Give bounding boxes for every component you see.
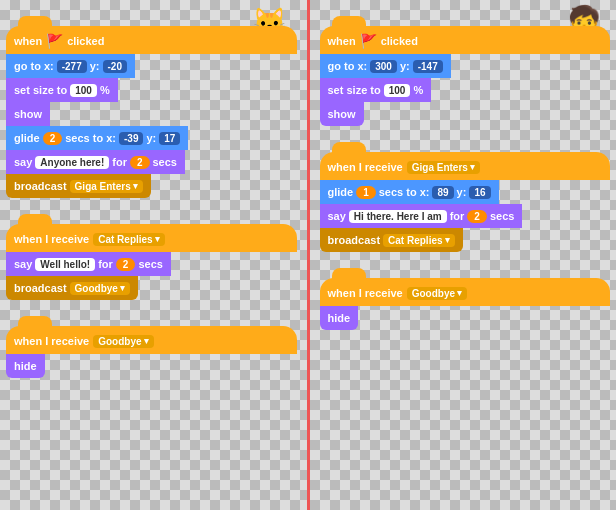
hide-label: hide bbox=[14, 360, 37, 372]
broadcast-label: broadcast bbox=[14, 180, 67, 192]
r-glide-block[interactable]: glide 1 secs to x: 89 y: 16 bbox=[320, 180, 499, 204]
r-cat-dropdown[interactable]: Cat Replies bbox=[383, 234, 454, 247]
r-glide-y-label: y: bbox=[457, 186, 467, 198]
glide-y-label: y: bbox=[146, 132, 156, 144]
r-giga-dropdown[interactable]: Giga Enters bbox=[407, 161, 480, 174]
glide-x[interactable]: -39 bbox=[119, 132, 143, 145]
r-y-value[interactable]: -147 bbox=[413, 60, 443, 73]
r-glide-secs[interactable]: 1 bbox=[356, 186, 376, 199]
r-x-value[interactable]: 300 bbox=[370, 60, 397, 73]
r-secs-label: secs bbox=[490, 210, 514, 222]
r-glide-label: glide bbox=[328, 186, 354, 198]
for-label2: for bbox=[98, 258, 113, 270]
r-hide-block[interactable]: hide bbox=[320, 306, 359, 330]
column-divider bbox=[307, 0, 310, 510]
r-goto-block[interactable]: go to x: 300 y: -147 bbox=[320, 54, 451, 78]
size-value[interactable]: 100 bbox=[70, 84, 97, 97]
r-hide-label: hide bbox=[328, 312, 351, 324]
y-value[interactable]: -20 bbox=[103, 60, 127, 73]
r-glide-y[interactable]: 16 bbox=[469, 186, 490, 199]
say-secs2[interactable]: 2 bbox=[116, 258, 136, 271]
right-group-2: when I receive Giga Enters glide 1 secs … bbox=[320, 152, 611, 252]
right-group-1: when 🚩 clicked go to x: 300 y: -147 set … bbox=[320, 26, 611, 126]
secs-label2: secs bbox=[138, 258, 162, 270]
x-value[interactable]: -277 bbox=[57, 60, 87, 73]
glide-block[interactable]: glide 2 secs to x: -39 y: 17 bbox=[6, 126, 188, 150]
r-when-i-receive-label3: when I receive bbox=[328, 287, 403, 299]
r-receive-goodbye-hat[interactable]: when I receive Goodbye bbox=[320, 278, 611, 306]
r-flag-icon: 🚩 bbox=[360, 33, 377, 49]
secs-label: secs bbox=[153, 156, 177, 168]
left-group-3: when I receive Goodbye hide bbox=[6, 326, 297, 378]
receive-cat-hat[interactable]: when I receive Cat Replies bbox=[6, 224, 297, 252]
r-setsize-block[interactable]: set size to 100 % bbox=[320, 78, 432, 102]
r-clicked-label: clicked bbox=[381, 35, 418, 47]
r-goto-label: go to x: bbox=[328, 60, 368, 72]
r-for-label: for bbox=[450, 210, 465, 222]
r-when-label: when bbox=[328, 35, 356, 47]
when-i-receive-label3: when I receive bbox=[14, 335, 89, 347]
show-label: show bbox=[14, 108, 42, 120]
when-clicked-hat[interactable]: when 🚩 clicked bbox=[6, 26, 297, 54]
r-pct-label: % bbox=[413, 84, 423, 96]
clicked-label: clicked bbox=[67, 35, 104, 47]
flag-icon: 🚩 bbox=[46, 33, 63, 49]
left-group-1: when 🚩 clicked go to x: -277 y: -20 set … bbox=[6, 26, 297, 198]
broadcast-block[interactable]: broadcast Giga Enters bbox=[6, 174, 151, 198]
r-broadcast-cat[interactable]: broadcast Cat Replies bbox=[320, 228, 463, 252]
goodbye-dropdown[interactable]: Goodbye bbox=[70, 282, 130, 295]
r-y-label: y: bbox=[400, 60, 410, 72]
goto-block[interactable]: go to x: -277 y: -20 bbox=[6, 54, 135, 78]
broadcast-dropdown[interactable]: Giga Enters bbox=[70, 180, 143, 193]
show-block[interactable]: show bbox=[6, 102, 50, 126]
setsize-label: set size to bbox=[14, 84, 67, 96]
left-group-2: when I receive Cat Replies say Well hell… bbox=[6, 224, 297, 300]
receive-dropdown[interactable]: Cat Replies bbox=[93, 233, 164, 246]
say-block-2[interactable]: say Well hello! for 2 secs bbox=[6, 252, 171, 276]
r-say-secs[interactable]: 2 bbox=[467, 210, 487, 223]
when-i-receive-label: when I receive bbox=[14, 233, 89, 245]
r-show-block[interactable]: show bbox=[320, 102, 364, 126]
pct-label: % bbox=[100, 84, 110, 96]
glide-y[interactable]: 17 bbox=[159, 132, 180, 145]
glide-secs[interactable]: 2 bbox=[43, 132, 63, 145]
r-say-value[interactable]: Hi there. Here I am bbox=[349, 210, 447, 223]
receive-goodbye-hat[interactable]: when I receive Goodbye bbox=[6, 326, 297, 354]
r-say-block[interactable]: say Hi there. Here I am for 2 secs bbox=[320, 204, 523, 228]
when-label: when bbox=[14, 35, 42, 47]
say-value2[interactable]: Well hello! bbox=[35, 258, 95, 271]
right-group-3: when I receive Goodbye hide bbox=[320, 278, 611, 330]
scratch-editor: 🐱 when 🚩 clicked go to x: -277 y: -20 se… bbox=[0, 0, 616, 510]
glide-label: glide bbox=[14, 132, 40, 144]
say-secs[interactable]: 2 bbox=[130, 156, 150, 169]
goodbye-dropdown2[interactable]: Goodbye bbox=[93, 335, 153, 348]
r-when-clicked-hat[interactable]: when 🚩 clicked bbox=[320, 26, 611, 54]
r-say-label: say bbox=[328, 210, 346, 222]
r-broadcast-label: broadcast bbox=[328, 234, 381, 246]
r-glide-secs-label: secs to x: bbox=[379, 186, 430, 198]
y-label: y: bbox=[90, 60, 100, 72]
r-receive-giga-hat[interactable]: when I receive Giga Enters bbox=[320, 152, 611, 180]
broadcast-goodbye[interactable]: broadcast Goodbye bbox=[6, 276, 138, 300]
r-when-i-receive-label: when I receive bbox=[328, 161, 403, 173]
say-label: say bbox=[14, 156, 32, 168]
say-label2: say bbox=[14, 258, 32, 270]
hide-block[interactable]: hide bbox=[6, 354, 45, 378]
right-column: 🧒 when 🚩 clicked go to x: 300 y: -147 se… bbox=[314, 0, 617, 510]
for-label: for bbox=[112, 156, 127, 168]
setsize-block[interactable]: set size to 100 % bbox=[6, 78, 118, 102]
r-setsize-label: set size to bbox=[328, 84, 381, 96]
broadcast-label2: broadcast bbox=[14, 282, 67, 294]
glide-secs-label: secs to x: bbox=[65, 132, 116, 144]
r-show-label: show bbox=[328, 108, 356, 120]
r-goodbye-dropdown[interactable]: Goodbye bbox=[407, 287, 467, 300]
r-glide-x[interactable]: 89 bbox=[432, 186, 453, 199]
goto-label: go to x: bbox=[14, 60, 54, 72]
left-column: 🐱 when 🚩 clicked go to x: -277 y: -20 se… bbox=[0, 0, 303, 510]
r-size-value[interactable]: 100 bbox=[384, 84, 411, 97]
say-value[interactable]: Anyone here! bbox=[35, 156, 109, 169]
say-block[interactable]: say Anyone here! for 2 secs bbox=[6, 150, 185, 174]
